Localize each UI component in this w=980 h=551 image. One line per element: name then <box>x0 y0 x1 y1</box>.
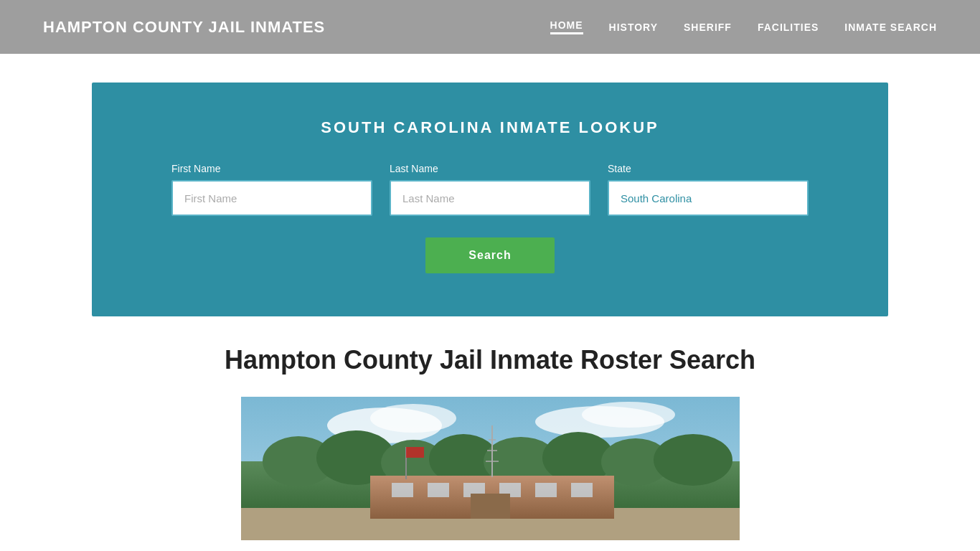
site-title: HAMPTON COUNTY JAIL INMATES <box>43 18 325 37</box>
svg-rect-17 <box>428 483 449 497</box>
first-name-group: First Name <box>171 163 372 216</box>
svg-rect-24 <box>406 447 424 458</box>
search-button[interactable]: Search <box>425 237 554 273</box>
site-header: HAMPTON COUNTY JAIL INMATES HOME HISTORY… <box>0 0 980 54</box>
last-name-label: Last Name <box>390 163 590 174</box>
svg-point-4 <box>582 402 675 428</box>
main-nav: HOME HISTORY SHERIFF FACILITIES INMATE S… <box>550 19 937 34</box>
state-input[interactable] <box>608 180 809 216</box>
nav-home[interactable]: HOME <box>550 19 583 34</box>
nav-history[interactable]: HISTORY <box>609 22 658 33</box>
inmate-lookup-section: SOUTH CAROLINA INMATE LOOKUP First Name … <box>92 83 888 316</box>
svg-rect-22 <box>471 494 510 519</box>
nav-facilities[interactable]: FACILITIES <box>758 22 819 33</box>
svg-rect-16 <box>392 483 413 497</box>
svg-rect-21 <box>571 483 593 497</box>
last-name-input[interactable] <box>390 180 590 216</box>
nav-inmate-search[interactable]: INMATE SEARCH <box>844 22 937 33</box>
main-content: Hampton County Jail Inmate Roster Search <box>0 345 980 551</box>
building-image <box>241 397 740 540</box>
state-label: State <box>608 163 809 174</box>
section-title: Hampton County Jail Inmate Roster Search <box>43 345 937 375</box>
first-name-input[interactable] <box>171 180 372 216</box>
nav-sheriff[interactable]: SHERIFF <box>684 22 732 33</box>
svg-rect-20 <box>535 483 557 497</box>
state-group: State <box>608 163 809 216</box>
svg-point-2 <box>370 404 456 433</box>
svg-point-13 <box>654 434 732 486</box>
lookup-title: SOUTH CAROLINA INMATE LOOKUP <box>149 118 831 137</box>
first-name-label: First Name <box>171 163 372 174</box>
lookup-form: First Name Last Name State <box>149 163 831 216</box>
last-name-group: Last Name <box>390 163 590 216</box>
search-btn-container: Search <box>149 237 831 273</box>
